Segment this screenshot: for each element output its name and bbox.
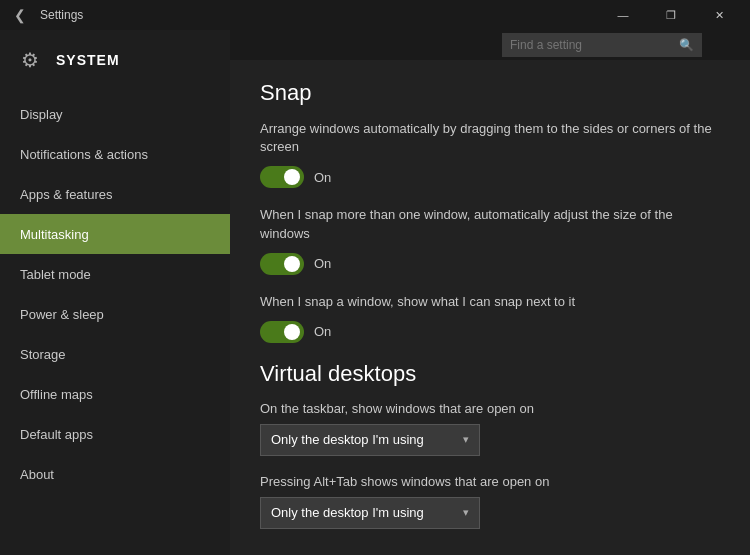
snap3-toggle[interactable] xyxy=(260,321,304,343)
sidebar-header: ⚙ SYSTEM xyxy=(0,30,230,94)
taskbar-dropdown-value: Only the desktop I'm using xyxy=(271,432,424,447)
sidebar-item-notifications[interactable]: Notifications & actions xyxy=(0,134,230,174)
sidebar-item-display[interactable]: Display xyxy=(0,94,230,134)
snap2-toggle[interactable] xyxy=(260,253,304,275)
virtual-desktops-section: Virtual desktops On the taskbar, show wi… xyxy=(260,361,720,529)
snap2-toggle-label: On xyxy=(314,256,331,271)
vdesktops-title: Virtual desktops xyxy=(260,361,720,387)
snap-section: Snap Arrange windows automatically by dr… xyxy=(260,80,720,343)
snap-toggle-knob xyxy=(284,169,300,185)
alttab-dropdown[interactable]: Only the desktop I'm using ▾ xyxy=(260,497,480,529)
snap3-toggle-row: On xyxy=(260,321,720,343)
alttab-label: Pressing Alt+Tab shows windows that are … xyxy=(260,474,720,489)
snap3-toggle-label: On xyxy=(314,324,331,339)
gear-icon: ⚙ xyxy=(16,46,44,74)
snap2-toggle-knob xyxy=(284,256,300,272)
snap-title: Snap xyxy=(260,80,720,106)
snap-toggle[interactable] xyxy=(260,166,304,188)
back-button[interactable]: ❮ xyxy=(8,3,32,27)
taskbar-label: On the taskbar, show windows that are op… xyxy=(260,401,720,416)
chevron-down-icon: ▾ xyxy=(463,433,469,446)
restore-button[interactable]: ❐ xyxy=(648,0,694,30)
minimize-button[interactable]: — xyxy=(600,0,646,30)
close-button[interactable]: ✕ xyxy=(696,0,742,30)
window-controls: — ❐ ✕ xyxy=(600,0,742,30)
app-container: ⚙ SYSTEM Display Notifications & actions… xyxy=(0,30,750,555)
sidebar-item-storage[interactable]: Storage xyxy=(0,334,230,374)
search-bar[interactable]: 🔍 xyxy=(502,33,702,57)
sidebar-item-power[interactable]: Power & sleep xyxy=(0,294,230,334)
sidebar-item-offline[interactable]: Offline maps xyxy=(0,374,230,414)
sidebar-item-default[interactable]: Default apps xyxy=(0,414,230,454)
sidebar-item-apps[interactable]: Apps & features xyxy=(0,174,230,214)
sidebar-item-about[interactable]: About xyxy=(0,454,230,494)
snap3-toggle-knob xyxy=(284,324,300,340)
alttab-dropdown-value: Only the desktop I'm using xyxy=(271,505,424,520)
snap-toggle-label: On xyxy=(314,170,331,185)
sidebar-item-multitasking[interactable]: Multitasking xyxy=(0,214,230,254)
snap-toggle-row: On xyxy=(260,166,720,188)
sidebar-title: SYSTEM xyxy=(56,52,120,68)
titlebar: ❮ Settings — ❐ ✕ xyxy=(0,0,750,30)
snap3-description: When I snap a window, show what I can sn… xyxy=(260,293,720,311)
snap2-description: When I snap more than one window, automa… xyxy=(260,206,720,242)
sidebar-item-tablet[interactable]: Tablet mode xyxy=(0,254,230,294)
sidebar: ⚙ SYSTEM Display Notifications & actions… xyxy=(0,30,230,555)
chevron-down-icon-2: ▾ xyxy=(463,506,469,519)
snap-description: Arrange windows automatically by draggin… xyxy=(260,120,720,156)
snap2-toggle-row: On xyxy=(260,253,720,275)
taskbar-dropdown[interactable]: Only the desktop I'm using ▾ xyxy=(260,424,480,456)
titlebar-title: Settings xyxy=(40,8,83,22)
main-content: Snap Arrange windows automatically by dr… xyxy=(230,60,750,555)
search-icon: 🔍 xyxy=(679,38,694,52)
search-input[interactable] xyxy=(510,38,673,52)
